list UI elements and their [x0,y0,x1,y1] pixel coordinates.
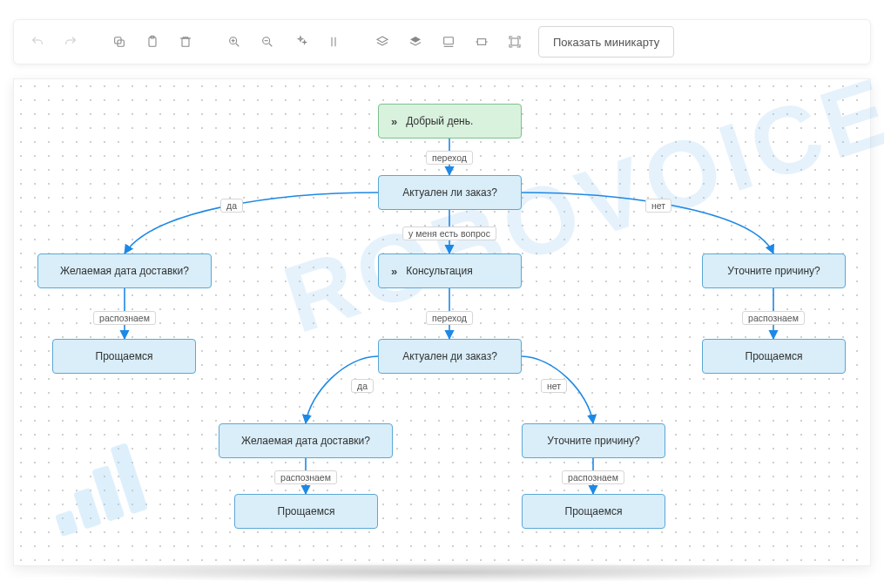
node-bye-mid-r[interactable]: Прощаемся [522,494,665,529]
edge-label: распознаем [274,470,337,484]
edge-label: распознаем [742,311,805,325]
node-label: Консультация [406,265,472,277]
node-q-actual[interactable]: Актуален ли заказ? [378,175,522,210]
node-label: Прощаемся [278,505,335,517]
node-consult[interactable]: » Консультация [378,253,522,288]
paste-icon[interactable] [138,27,167,57]
node-label: Уточните причину? [727,265,820,277]
node-reason-mid[interactable]: Уточните причину? [522,423,665,458]
svg-rect-15 [477,39,485,45]
node-label: Прощаемся [96,350,153,362]
svg-rect-18 [511,38,518,45]
node-label: Актуален ди заказ? [402,350,497,362]
node-label: Прощаемся [565,505,623,517]
edge-label: у меня есть вопрос [402,226,496,240]
zoom-in-icon[interactable] [219,27,249,57]
diagram-canvas[interactable]: ROBOVOICE [13,78,871,566]
node-label: Желаемая дата доставки? [241,435,370,447]
wrap-icon[interactable] [434,27,463,57]
node-bye-left[interactable]: Прощаемся [52,339,196,374]
bar-icon[interactable] [319,27,348,57]
edge-label: распознаем [562,470,624,484]
svg-rect-14 [444,37,454,44]
node-label: Добрый день. [406,115,473,127]
delete-icon[interactable] [171,27,200,57]
node-date-left[interactable]: Желаемая дата доставки? [37,253,212,288]
node-start[interactable]: » Добрый день. [378,104,522,139]
show-minimap-button[interactable]: Показать миникарту [538,26,674,57]
node-date-mid[interactable]: Желаемая дата доставки? [219,423,393,458]
edge-label: нет [541,379,567,393]
svg-rect-4 [182,38,189,46]
redo-icon[interactable] [56,27,85,57]
fit-all-icon[interactable] [500,27,530,57]
toolbar: Показать миникарту [13,19,871,64]
layers-front-icon[interactable] [368,27,397,57]
copy-icon[interactable] [105,27,134,57]
edge-label: нет [645,199,671,213]
undo-icon[interactable] [23,27,52,57]
node-label: Желаемая дата доставки? [60,265,189,277]
node-bye-mid-l[interactable]: Прощаемся [234,494,378,529]
edge-label: переход [426,151,473,165]
zoom-out-icon[interactable] [253,27,282,57]
node-reason-right[interactable]: Уточните причину? [702,253,846,288]
watermark-bars [40,441,154,537]
node-q-actual-mid[interactable]: Актуален ди заказ? [378,339,522,374]
magic-icon[interactable] [286,27,315,57]
edge-label: распознаем [93,311,156,325]
node-bye-right[interactable]: Прощаемся [702,339,846,374]
watermark: ROBOVOICE [271,54,884,355]
svg-line-10 [269,44,272,46]
edge-label: переход [426,311,473,325]
chevron-right-icon: » [391,265,397,278]
fit-width-icon[interactable] [467,27,496,57]
node-label: Актуален ли заказ? [402,186,497,199]
edge-label: да [220,199,243,213]
node-label: Прощаемся [746,350,803,362]
node-label: Уточните причину? [547,435,639,447]
edge-label: да [351,379,374,393]
layers-back-icon[interactable] [401,27,430,57]
svg-line-6 [236,44,239,46]
chevron-right-icon: » [391,115,397,128]
